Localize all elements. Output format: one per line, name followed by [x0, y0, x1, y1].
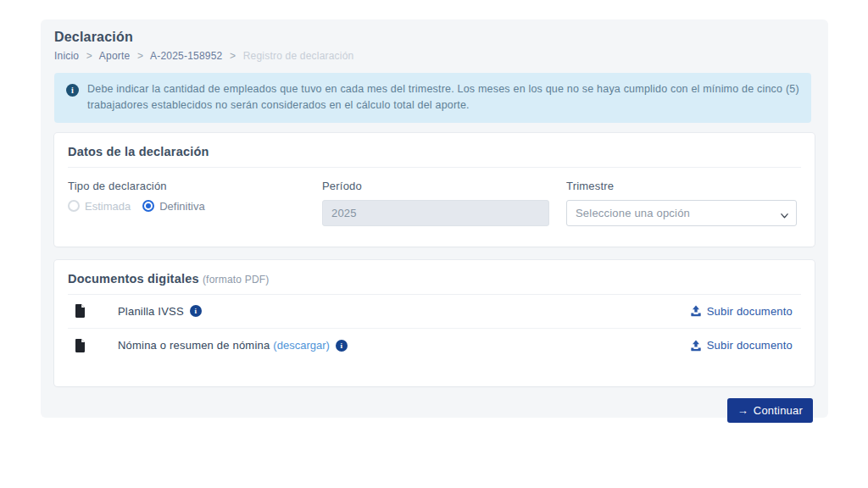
breadcrumb-separator: > — [230, 50, 236, 62]
document-row-nomina: Nómina o resumen de nómina (descargar) S… — [68, 329, 801, 363]
radio-estimada-label: Estimada — [85, 200, 131, 213]
upload-icon — [690, 340, 702, 352]
documents-title-text: Documentos digitales — [68, 272, 199, 286]
period-input — [322, 200, 549, 226]
documents-format-hint: (formato PDF) — [203, 274, 270, 286]
declaration-fields: Tipo de declaración Estimada Definitiva … — [68, 180, 801, 247]
declaration-data-card: Datos de la declaración Tipo de declarac… — [54, 133, 815, 247]
upload-document-label: Subir documento — [707, 305, 793, 318]
radio-estimada[interactable]: Estimada — [68, 200, 131, 213]
trimester-select-wrap: Seleccione una opción — [566, 200, 797, 226]
breadcrumb-aporte[interactable]: Aporte — [99, 50, 131, 62]
upload-document-label: Subir documento — [707, 339, 793, 352]
info-icon[interactable] — [336, 340, 348, 352]
radio-checked-icon — [142, 200, 154, 212]
breadcrumb-inicio[interactable]: Inicio — [54, 50, 79, 62]
document-label: Planilla IVSS — [118, 305, 184, 318]
declaration-panel: Declaración Inicio > Aporte > A-2025-158… — [41, 19, 828, 418]
radio-definitiva-label: Definitiva — [159, 200, 204, 213]
upload-document-button[interactable]: Subir documento — [690, 305, 793, 318]
breadcrumb-current-page: Registro de declaración — [243, 50, 354, 62]
document-row-planilla-ivss: Planilla IVSS Subir documento — [68, 295, 801, 329]
continue-button[interactable]: Continuar — [727, 398, 813, 423]
document-label: Nómina o resumen de nómina — [118, 339, 270, 352]
declaration-type-radios: Estimada Definitiva — [68, 200, 322, 213]
page-title: Declaración — [54, 30, 815, 45]
breadcrumb-separator: > — [137, 50, 143, 62]
arrow-right-icon — [737, 404, 748, 417]
documents-list: Planilla IVSS Subir documento Nómina o r… — [68, 295, 801, 386]
digital-documents-title: Documentos digitales (formato PDF) — [68, 272, 801, 295]
breadcrumb-aporte-id[interactable]: A-2025-158952 — [150, 50, 222, 62]
upload-document-button[interactable]: Subir documento — [690, 339, 793, 352]
trimester-label: Trimestre — [566, 180, 797, 192]
declaration-data-title: Datos de la declaración — [68, 145, 801, 168]
info-alert: Debe indicar la cantidad de empleados qu… — [54, 73, 811, 123]
declaration-type-label: Tipo de declaración — [68, 180, 322, 192]
file-icon — [75, 304, 86, 318]
alert-text: Debe indicar la cantidad de empleados qu… — [87, 81, 799, 114]
field-declaration-type: Tipo de declaración Estimada Definitiva — [68, 180, 322, 226]
info-icon — [66, 84, 79, 97]
period-label: Período — [322, 180, 549, 192]
field-period: Período — [322, 180, 549, 226]
field-trimester: Trimestre Seleccione una opción — [566, 180, 797, 226]
download-link[interactable]: (descargar) — [273, 339, 329, 352]
breadcrumb-separator: > — [86, 50, 92, 62]
digital-documents-card: Documentos digitales (formato PDF) Plani… — [54, 260, 815, 386]
radio-unchecked-icon — [68, 200, 80, 212]
footer-actions: Continuar — [54, 398, 815, 423]
upload-icon — [690, 305, 702, 317]
breadcrumb: Inicio > Aporte > A-2025-158952 > Regist… — [54, 50, 815, 62]
info-icon[interactable] — [190, 305, 202, 317]
continue-label: Continuar — [754, 404, 803, 417]
radio-definitiva[interactable]: Definitiva — [142, 200, 204, 213]
trimester-select[interactable]: Seleccione una opción — [566, 200, 797, 226]
file-icon — [75, 339, 86, 352]
